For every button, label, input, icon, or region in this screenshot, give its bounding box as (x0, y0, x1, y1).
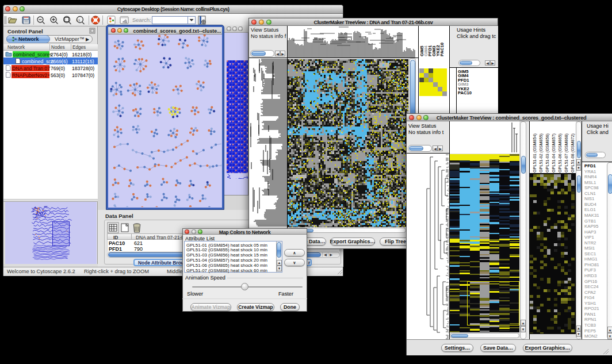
svg-text:1:1: 1:1 (76, 18, 80, 22)
svg-text:Search:: Search: (132, 17, 151, 23)
